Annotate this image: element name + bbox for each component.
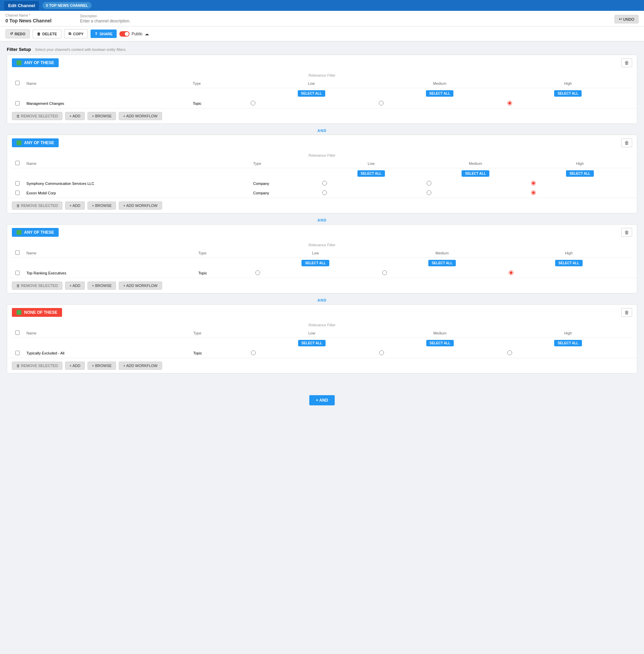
redo-button[interactable]: ↺ REDO <box>5 29 30 38</box>
delete-filter-button-3[interactable]: 🗑 <box>621 228 632 237</box>
delete-icon: 🗑 <box>37 32 41 36</box>
remove-selected-button-2[interactable]: 🗑 REMOVE SELECTED <box>12 201 62 210</box>
row-type-2-1: Company <box>250 179 319 188</box>
filter-setup-title: Filter Setup <box>7 47 31 52</box>
radio-low-1-1[interactable] <box>251 101 255 105</box>
radio-medium-4-1[interactable] <box>379 350 384 355</box>
row-name-2-1: Symphony Communication Services LLC <box>23 179 250 188</box>
select-all-medium-button-4[interactable]: SELECT ALL <box>426 340 454 346</box>
select-all-low-button-2[interactable]: SELECT ALL <box>357 170 385 177</box>
row-type-4-1: Topic <box>190 348 248 358</box>
col-header-type-3: Type <box>195 248 252 258</box>
relevance-filter-label-1: Relevance Filter <box>12 71 632 79</box>
table-row-1-1: Management ChangesTopic <box>12 99 632 108</box>
radio-high-2-1[interactable] <box>531 181 536 186</box>
select-all-medium-button-2[interactable]: SELECT ALL <box>462 170 489 177</box>
select-all-low-button-3[interactable]: SELECT ALL <box>301 260 329 266</box>
redo-icon: ↺ <box>10 32 13 36</box>
remove-selected-button-1[interactable]: 🗑 REMOVE SELECTED <box>12 112 62 120</box>
filter-label-4: NONE OF THESE <box>12 308 62 317</box>
row-checkbox-4-1[interactable] <box>15 351 20 355</box>
filter-type-icon-4 <box>17 310 21 315</box>
filter-block-header-2: ANY OF THESE🗑 <box>7 135 637 151</box>
row-checkbox-3-1[interactable] <box>15 271 20 275</box>
add-workflow-button-2[interactable]: + ADD WORKFLOW <box>119 201 162 210</box>
select-all-low-button-4[interactable]: SELECT ALL <box>298 340 326 346</box>
row-checkbox-1-1[interactable] <box>15 101 20 105</box>
filter-label-text-3: ANY OF THESE <box>24 230 54 235</box>
col-header-medium-1: Medium <box>375 79 504 88</box>
select-all-medium-button-3[interactable]: SELECT ALL <box>428 260 456 266</box>
relevance-filter-label-2: Relevance Filter <box>12 151 632 159</box>
filter-table-1: Relevance FilterNameTypeLowMediumHighSEL… <box>12 71 632 108</box>
col-header-high-2: High <box>528 159 632 168</box>
radio-high-1-1[interactable] <box>507 101 512 105</box>
radio-high-3-1[interactable] <box>509 270 513 275</box>
table-row-2-2: Exxon Mobil CorpCompany <box>12 188 632 198</box>
delete-filter-button-4[interactable]: 🗑 <box>621 308 632 317</box>
select-all-high-button-4[interactable]: SELECT ALL <box>554 340 582 346</box>
row-checkbox-2-1[interactable] <box>15 181 20 186</box>
share-label: SHARE <box>99 32 113 36</box>
radio-low-4-1[interactable] <box>251 350 256 355</box>
copy-label: COPY <box>73 32 83 36</box>
table-row-3-1: Top Ranking ExecutivesTopic <box>12 268 632 278</box>
delete-filter-button-1[interactable]: 🗑 <box>621 58 632 67</box>
select-all-checkbox-header-1[interactable] <box>15 81 20 85</box>
undo-button[interactable]: ↩ UNDO <box>614 15 639 23</box>
add-workflow-button-4[interactable]: + ADD WORKFLOW <box>119 362 162 370</box>
radio-low-2-2[interactable] <box>322 190 327 195</box>
radio-medium-3-1[interactable] <box>382 270 387 275</box>
and-connector-3: AND <box>7 296 637 304</box>
row-checkbox-2-2[interactable] <box>15 191 20 195</box>
browse-button-1[interactable]: + BROWSE <box>87 112 116 120</box>
col-header-low-3: Low <box>252 248 379 258</box>
bottom-and-button[interactable]: + AND <box>309 395 335 405</box>
share-button[interactable]: ⇧ SHARE <box>91 30 117 38</box>
delete-filter-button-2[interactable]: 🗑 <box>621 138 632 147</box>
filter-actions-2: 🗑 REMOVE SELECTED+ ADD+ BROWSE+ ADD WORK… <box>7 198 637 213</box>
filter-label-1: ANY OF THESE <box>12 58 59 67</box>
channel-name-input[interactable] <box>5 18 73 23</box>
select-all-high-button-2[interactable]: SELECT ALL <box>566 170 593 177</box>
radio-high-2-2[interactable] <box>531 190 536 195</box>
add-workflow-button-3[interactable]: + ADD WORKFLOW <box>119 282 162 290</box>
radio-high-4-1[interactable] <box>507 350 512 355</box>
top-bar: Edit Channel 0 TOP NEWS CHANNEL <box>0 0 644 11</box>
browse-button-3[interactable]: + BROWSE <box>87 282 116 290</box>
select-all-high-button-1[interactable]: SELECT ALL <box>554 90 582 97</box>
remove-selected-button-4[interactable]: 🗑 REMOVE SELECTED <box>12 362 62 370</box>
browse-button-2[interactable]: + BROWSE <box>87 201 116 210</box>
radio-low-2-1[interactable] <box>322 181 327 186</box>
select-all-medium-button-1[interactable]: SELECT ALL <box>426 90 453 97</box>
radio-medium-1-1[interactable] <box>379 101 384 105</box>
add-button-1[interactable]: + ADD <box>65 112 85 120</box>
share-icon: ⇧ <box>95 32 98 36</box>
add-button-4[interactable]: + ADD <box>65 362 85 370</box>
radio-medium-2-2[interactable] <box>427 190 431 195</box>
filter-label-3: ANY OF THESE <box>12 228 59 237</box>
remove-selected-button-3[interactable]: 🗑 REMOVE SELECTED <box>12 282 62 290</box>
radio-low-3-1[interactable] <box>255 270 260 275</box>
col-header-name-4: Name <box>23 328 190 338</box>
description-input[interactable] <box>80 19 250 23</box>
select-all-low-button-1[interactable]: SELECT ALL <box>298 90 325 97</box>
toggle-pill[interactable] <box>119 31 130 37</box>
table-row-4-1: Typically Excluded - AllTopic <box>12 348 632 358</box>
select-all-high-button-3[interactable]: SELECT ALL <box>555 260 583 266</box>
public-toggle[interactable]: Public ☁ <box>119 31 149 37</box>
delete-button[interactable]: 🗑 DELETE <box>33 30 61 38</box>
delete-label: DELETE <box>42 32 57 36</box>
filter-type-icon-2 <box>17 140 21 145</box>
radio-medium-2-1[interactable] <box>427 181 431 186</box>
select-all-checkbox-header-3[interactable] <box>15 250 20 255</box>
add-button-3[interactable]: + ADD <box>65 282 85 290</box>
add-button-2[interactable]: + ADD <box>65 201 85 210</box>
select-all-checkbox-header-4[interactable] <box>15 330 20 335</box>
add-workflow-button-1[interactable]: + ADD WORKFLOW <box>119 112 162 120</box>
copy-button[interactable]: ⧉ COPY <box>64 29 88 38</box>
main-content: ANY OF THESE🗑Relevance FilterNameTypeLow… <box>0 55 644 390</box>
browse-button-4[interactable]: + BROWSE <box>87 362 116 370</box>
select-all-checkbox-header-2[interactable] <box>15 161 20 165</box>
tab-edit-channel[interactable]: Edit Channel <box>4 1 39 10</box>
